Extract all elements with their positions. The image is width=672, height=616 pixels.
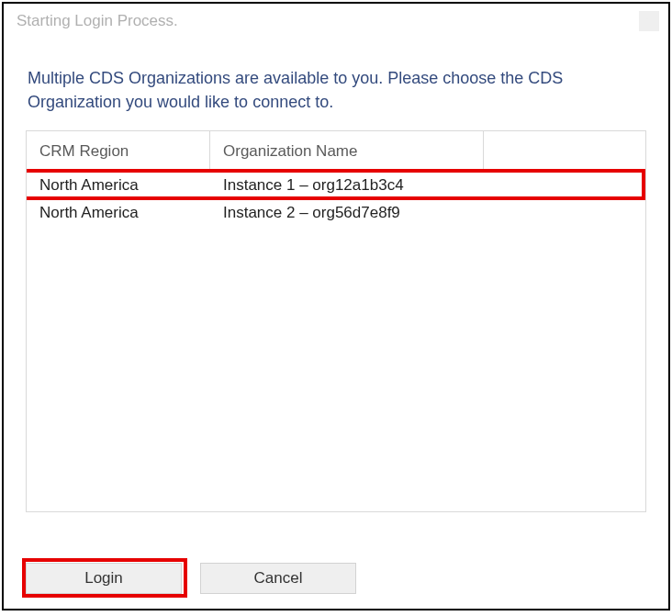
- close-button[interactable]: ×: [639, 11, 659, 31]
- cell-region: North America: [27, 172, 210, 199]
- table-row[interactable]: North America Instance 2 – org56d7e8f9: [27, 199, 645, 227]
- organization-grid: CRM Region Organization Name North Ameri…: [26, 130, 646, 512]
- login-button[interactable]: Login: [26, 563, 182, 594]
- login-window: Starting Login Process. × Multiple CDS O…: [2, 2, 670, 610]
- grid-body: North America Instance 1 – org12a1b3c4 N…: [27, 172, 645, 227]
- button-bar: Login Cancel: [26, 563, 356, 594]
- column-header-region[interactable]: CRM Region: [27, 131, 210, 171]
- table-row[interactable]: North America Instance 1 – org12a1b3c4: [27, 172, 645, 199]
- grid-header: CRM Region Organization Name: [27, 131, 645, 172]
- instructions-text: Multiple CDS Organizations are available…: [4, 39, 668, 130]
- titlebar: Starting Login Process. ×: [4, 4, 668, 39]
- cell-org: Instance 2 – org56d7e8f9: [210, 199, 484, 227]
- close-icon: ×: [645, 15, 653, 28]
- cell-region: North America: [27, 199, 210, 227]
- window-title: Starting Login Process.: [17, 12, 178, 30]
- column-header-blank: [484, 131, 645, 171]
- cell-org: Instance 1 – org12a1b3c4: [210, 172, 484, 199]
- column-header-org[interactable]: Organization Name: [210, 131, 484, 171]
- cancel-button[interactable]: Cancel: [200, 563, 356, 594]
